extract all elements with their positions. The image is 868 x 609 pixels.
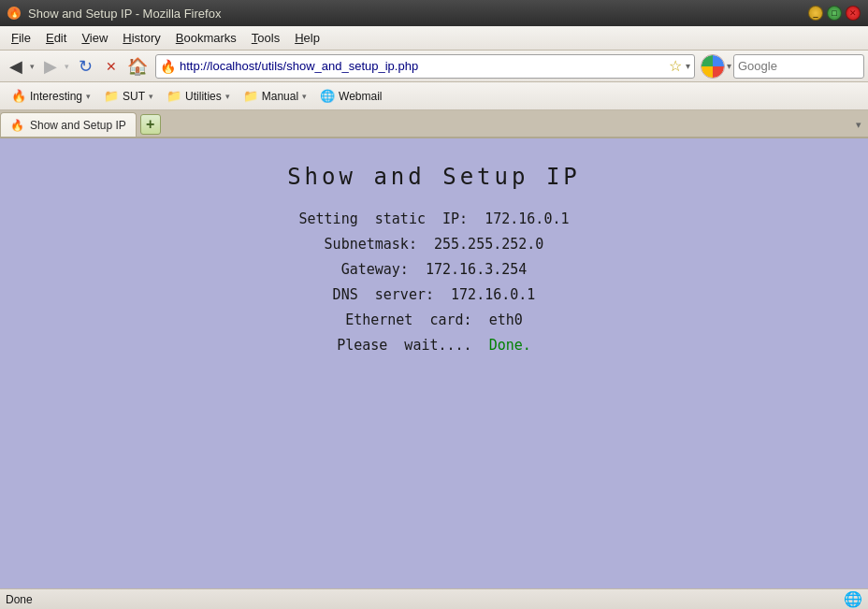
bookmark-utilities-label: Utilities — [185, 90, 222, 103]
forward-button[interactable]: ▶ — [38, 54, 63, 79]
new-tab-button[interactable]: + — [140, 114, 161, 135]
bookmarks-bar: 🔥 Interesting ▾ 📁 SUT ▾ 📁 Utilities ▾ 📁 … — [0, 82, 868, 110]
statusbar: Done 🌐 — [0, 588, 868, 609]
address-bar-container: 🔥 ☆ ▾ — [155, 54, 695, 79]
home-button[interactable]: 🏠 — [125, 54, 150, 79]
bookmark-webmail-label: Webmail — [339, 90, 382, 103]
firefox-icon: 🔥 — [7, 7, 21, 20]
tabbar: 🔥 Show and Setup IP + ▾ — [0, 110, 868, 138]
tab-label: Show and Setup IP — [30, 119, 126, 132]
manual-dropdown-icon: ▾ — [302, 92, 307, 101]
reload-button[interactable]: ↻ — [73, 54, 97, 79]
navbar: ◀ ▾ ▶ ▾ ↻ ✕ 🏠 🔥 ☆ ▾ ▾ 🔍 — [0, 51, 868, 82]
line-subnetmask: Subnetmask: 255.255.252.0 — [287, 232, 581, 257]
tab-show-setup-ip[interactable]: 🔥 Show and Setup IP — [0, 112, 137, 137]
sut-icon: 📁 — [104, 89, 119, 103]
bookmark-webmail[interactable]: 🌐 Webmail — [314, 87, 387, 105]
bookmark-utilities[interactable]: 📁 Utilities ▾ — [161, 87, 236, 105]
site-favicon: 🔥 — [160, 59, 176, 74]
menu-history[interactable]: History — [115, 29, 167, 47]
manual-icon: 📁 — [243, 89, 258, 103]
address-input[interactable] — [180, 59, 665, 73]
search-engine-dropdown[interactable]: ▾ — [727, 61, 731, 71]
minimize-button[interactable]: _ — [808, 6, 823, 21]
titlebar: 🔥 Show and Setup IP - Mozilla Firefox _ … — [0, 0, 868, 26]
line-dns: DNS server: 172.16.0.1 — [287, 283, 581, 308]
bookmark-star-button[interactable]: ☆ — [669, 57, 682, 75]
status-network-icon: 🌐 — [844, 590, 862, 608]
line-please-wait: Please wait.... Done. — [287, 333, 581, 358]
bookmark-interesting[interactable]: 🔥 Interesting ▾ — [6, 87, 96, 105]
forward-nav-group: ▶ ▾ — [38, 54, 71, 79]
menu-view[interactable]: View — [74, 29, 115, 47]
menu-edit[interactable]: Edit — [38, 29, 74, 47]
window-controls: _ □ ✕ — [808, 6, 861, 21]
back-button[interactable]: ◀ — [4, 54, 28, 79]
line-ethernet: Ethernet card: eth0 — [287, 308, 581, 333]
address-dropdown-button[interactable]: ▾ — [686, 61, 690, 71]
status-text: Done — [6, 593, 33, 606]
bookmark-sut-label: SUT — [123, 90, 145, 103]
stop-button[interactable]: ✕ — [99, 54, 123, 79]
content-box: Show and Setup IP Setting static IP: 172… — [287, 157, 581, 358]
search-container: 🔍 — [733, 54, 864, 79]
menu-help[interactable]: Help — [287, 29, 327, 47]
webmail-icon: 🌐 — [320, 89, 335, 103]
interesting-icon: 🔥 — [11, 89, 26, 103]
menu-bookmarks[interactable]: Bookmarks — [168, 29, 244, 47]
bookmark-manual-label: Manual — [262, 90, 298, 103]
bookmark-interesting-label: Interesting — [30, 90, 82, 103]
interesting-dropdown-icon: ▾ — [86, 92, 91, 101]
done-link[interactable]: Done. — [489, 337, 531, 354]
tab-icon: 🔥 — [10, 119, 24, 132]
bookmark-sut[interactable]: 📁 SUT ▾ — [98, 87, 159, 105]
menubar: File Edit View History Bookmarks Tools H… — [0, 26, 868, 51]
search-input[interactable] — [738, 59, 868, 73]
sut-dropdown-icon: ▾ — [149, 92, 153, 101]
bookmark-manual[interactable]: 📁 Manual ▾ — [238, 87, 312, 105]
utilities-icon: 📁 — [166, 89, 181, 103]
menu-tools[interactable]: Tools — [244, 29, 287, 47]
utilities-dropdown-icon: ▾ — [225, 92, 230, 101]
line-static-ip: Setting static IP: 172.16.0.1 — [287, 207, 581, 232]
forward-dropdown-arrow[interactable]: ▾ — [63, 60, 71, 73]
tabbar-scroll-arrow[interactable]: ▾ — [849, 112, 868, 137]
google-search-engine-icon — [701, 54, 725, 79]
page-heading: Show and Setup IP — [287, 157, 581, 197]
menu-file[interactable]: File — [4, 29, 38, 47]
close-button[interactable]: ✕ — [846, 6, 861, 21]
back-dropdown-arrow[interactable]: ▾ — [28, 60, 36, 73]
window-title: Show and Setup IP - Mozilla Firefox — [28, 7, 801, 21]
line-gateway: Gateway: 172.16.3.254 — [287, 257, 581, 283]
main-content: Show and Setup IP Setting static IP: 172… — [0, 138, 868, 588]
maximize-button[interactable]: □ — [827, 6, 842, 21]
back-nav-group: ◀ ▾ — [4, 54, 36, 79]
please-wait-text: Please wait.... — [337, 337, 489, 354]
